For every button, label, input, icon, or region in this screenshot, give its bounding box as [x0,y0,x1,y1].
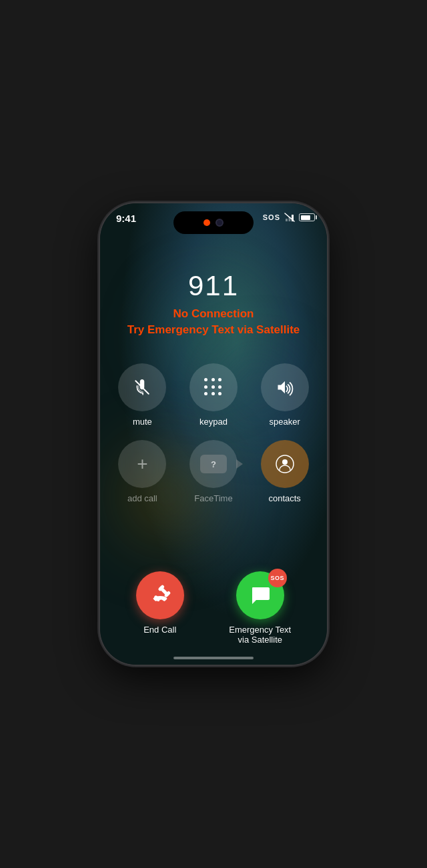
keypad-button-circle [189,363,238,411]
end-call-label: End Call [143,625,176,635]
sos-status-label: SOS [263,213,280,221]
emergency-text-action[interactable]: SOS Emergency Textvia Satellite [229,571,291,645]
call-status: No Connection Try Emergency Text via Sat… [127,307,300,337]
facetime-cam-icon [236,459,243,469]
end-call-button[interactable] [136,571,184,619]
facetime-q-mark: ? [211,459,216,469]
keypad-icon [204,378,223,397]
svg-rect-3 [292,215,294,221]
add-call-button-circle: + [118,440,166,488]
home-indicator[interactable] [173,657,254,659]
call-number: 911 [188,270,239,302]
try-emergency-label: Try Emergency Text via Satellite [127,323,300,337]
facetime-label: FaceTime [194,493,232,503]
facetime-icon: ? [200,455,227,473]
svg-rect-2 [289,217,291,221]
message-bubble-icon [249,584,272,607]
status-time: 9:41 [116,213,136,224]
island-dot [203,219,210,226]
keypad-label: keypad [199,417,228,427]
no-connection-label: No Connection [127,307,300,321]
battery-icon [299,213,315,221]
speaker-button[interactable]: speaker [256,363,314,427]
mute-icon [133,379,151,396]
svg-point-6 [282,459,288,465]
add-call-label: add call [127,493,157,503]
bottom-actions: End Call SOS Emergency Textvia Satellite [113,571,314,645]
screen: 9:41 SOS 911 No Connection [100,203,327,665]
contacts-icon [275,454,295,474]
mute-label: mute [133,417,152,427]
contacts-label: contacts [268,493,300,503]
add-call-button[interactable]: + add call [113,440,171,503]
emergency-text-button[interactable]: SOS [236,571,284,619]
mute-button-circle [118,363,166,411]
phone-frame: 9:41 SOS 911 No Connection [100,203,327,665]
sos-badge: SOS [268,569,287,587]
speaker-icon [276,378,294,397]
no-signal-icon [284,213,295,222]
facetime-button-circle: ? [189,440,238,488]
contacts-button-circle [261,440,309,488]
end-call-icon [149,585,171,606]
status-right: SOS [263,213,315,222]
mute-button[interactable]: mute [113,363,171,427]
svg-rect-10 [159,586,169,597]
emergency-text-label: Emergency Textvia Satellite [229,625,291,645]
speaker-label: speaker [270,417,300,427]
call-buttons-grid: mute [113,363,314,503]
keypad-button[interactable]: keypad [185,363,243,427]
add-call-icon: + [137,453,147,475]
end-call-action[interactable]: End Call [136,571,184,645]
battery-fill [301,215,310,220]
call-content: 911 No Connection Try Emergency Text via… [100,243,327,665]
island-camera [216,219,224,227]
dynamic-island [173,211,254,234]
speaker-button-circle [261,363,309,411]
svg-rect-1 [286,219,288,221]
contacts-button[interactable]: contacts [256,440,314,503]
facetime-button[interactable]: ? FaceTime [185,440,243,503]
